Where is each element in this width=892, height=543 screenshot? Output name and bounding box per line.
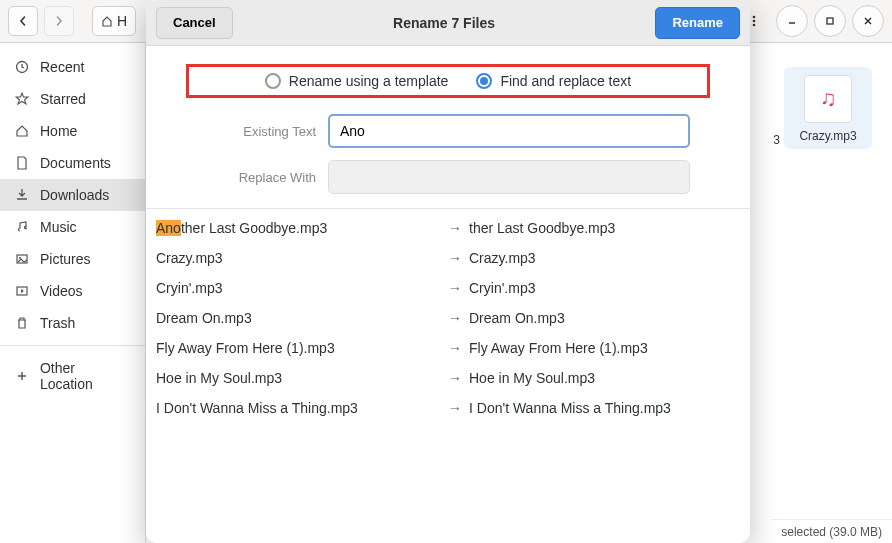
existing-text-row: Existing Text <box>206 114 690 148</box>
preview-new-name: I Don't Wanna Miss a Thing.mp3 <box>469 400 734 416</box>
svg-rect-4 <box>827 18 833 24</box>
home-icon <box>101 15 113 27</box>
sidebar-item-pictures[interactable]: Pictures <box>0 243 145 275</box>
sidebar-item-label: Downloads <box>40 187 109 203</box>
radio-rename-template[interactable]: Rename using a template <box>265 73 449 89</box>
sidebar-item-starred[interactable]: Starred <box>0 83 145 115</box>
rename-preview-list: Another Last Goodbye.mp3→ther Last Goodb… <box>146 208 750 543</box>
home-path-button[interactable]: H <box>92 6 136 36</box>
radio-label: Find and replace text <box>500 73 631 89</box>
trash-icon <box>14 315 30 331</box>
file-tile-label: Crazy.mp3 <box>788 129 868 143</box>
preview-old-name: Hoe in My Soul.mp3 <box>156 370 441 386</box>
arrow-right-icon: → <box>441 400 469 416</box>
video-icon <box>14 283 30 299</box>
sidebar-item-label: Pictures <box>40 251 91 267</box>
radio-find-replace[interactable]: Find and replace text <box>476 73 631 89</box>
arrow-right-icon: → <box>441 370 469 386</box>
preview-row: Fly Away From Here (1).mp3→Fly Away From… <box>146 333 750 363</box>
sidebar-item-label: Trash <box>40 315 75 331</box>
preview-new-name: Fly Away From Here (1).mp3 <box>469 340 734 356</box>
preview-old-name: Fly Away From Here (1).mp3 <box>156 340 441 356</box>
file-tile-crazy[interactable]: ♫ Crazy.mp3 <box>784 67 872 149</box>
file-name-fragment: 3 <box>773 133 780 147</box>
radio-icon <box>265 73 281 89</box>
sidebar-item-documents[interactable]: Documents <box>0 147 145 179</box>
preview-row: Dream On.mp3→Dream On.mp3 <box>146 303 750 333</box>
chevron-left-icon <box>18 16 28 26</box>
clock-icon <box>14 59 30 75</box>
preview-new-name: Cryin'.mp3 <box>469 280 734 296</box>
music-file-icon: ♫ <box>804 75 852 123</box>
preview-old-name: Cryin'.mp3 <box>156 280 441 296</box>
preview-row: Cryin'.mp3→Cryin'.mp3 <box>146 273 750 303</box>
svg-point-1 <box>753 20 756 23</box>
window-close-button[interactable] <box>852 5 884 37</box>
dialog-body: Rename using a template Find and replace… <box>146 46 750 543</box>
document-icon <box>14 155 30 171</box>
window-maximize-button[interactable] <box>814 5 846 37</box>
radio-icon <box>476 73 492 89</box>
sidebar-item-music[interactable]: Music <box>0 211 145 243</box>
preview-new-name: Crazy.mp3 <box>469 250 734 266</box>
preview-old-name: Dream On.mp3 <box>156 310 441 326</box>
sidebar-item-trash[interactable]: Trash <box>0 307 145 339</box>
statusbar-text: selected (39.0 MB) <box>781 525 882 539</box>
sidebar-item-label: Starred <box>40 91 86 107</box>
sidebar-item-other-locations[interactable]: Other Location <box>0 352 145 400</box>
radio-label: Rename using a template <box>289 73 449 89</box>
places-sidebar: Recent Starred Home Documents Downloads … <box>0 43 146 543</box>
nav-back-button[interactable] <box>8 6 38 36</box>
preview-row: Crazy.mp3→Crazy.mp3 <box>146 243 750 273</box>
arrow-right-icon: → <box>441 280 469 296</box>
picture-icon <box>14 251 30 267</box>
star-icon <box>14 91 30 107</box>
statusbar: selected (39.0 MB) <box>771 519 892 543</box>
dialog-header: Cancel Rename 7 Files Rename <box>146 0 750 46</box>
maximize-icon <box>825 16 835 26</box>
arrow-right-icon: → <box>441 250 469 266</box>
sidebar-item-label: Documents <box>40 155 111 171</box>
replace-with-row: Replace With <box>206 160 690 194</box>
sidebar-item-home[interactable]: Home <box>0 115 145 147</box>
close-icon <box>863 16 873 26</box>
download-icon <box>14 187 30 203</box>
preview-new-name: ther Last Goodbye.mp3 <box>469 220 734 236</box>
preview-row: Hoe in My Soul.mp3→Hoe in My Soul.mp3 <box>146 363 750 393</box>
chevron-right-icon <box>54 16 64 26</box>
home-icon <box>14 123 30 139</box>
plus-icon <box>14 368 30 384</box>
preview-new-name: Hoe in My Soul.mp3 <box>469 370 734 386</box>
sidebar-item-label: Home <box>40 123 77 139</box>
preview-old-name: Crazy.mp3 <box>156 250 441 266</box>
minimize-icon <box>787 16 797 26</box>
rename-button[interactable]: Rename <box>655 7 740 39</box>
sidebar-separator <box>0 345 145 346</box>
svg-point-0 <box>753 16 756 19</box>
svg-point-2 <box>753 24 756 27</box>
arrow-right-icon: → <box>441 310 469 326</box>
existing-text-input[interactable] <box>328 114 690 148</box>
preview-old-name: Another Last Goodbye.mp3 <box>156 220 441 236</box>
cancel-button[interactable]: Cancel <box>156 7 233 39</box>
sidebar-item-label: Music <box>40 219 77 235</box>
rename-dialog: Cancel Rename 7 Files Rename Rename usin… <box>146 0 750 543</box>
preview-row: I Don't Wanna Miss a Thing.mp3→I Don't W… <box>146 393 750 423</box>
preview-new-name: Dream On.mp3 <box>469 310 734 326</box>
nav-forward-button[interactable] <box>44 6 74 36</box>
preview-old-name: I Don't Wanna Miss a Thing.mp3 <box>156 400 441 416</box>
window-minimize-button[interactable] <box>776 5 808 37</box>
existing-text-label: Existing Text <box>206 124 316 139</box>
rename-mode-group: Rename using a template Find and replace… <box>186 64 710 98</box>
sidebar-item-recent[interactable]: Recent <box>0 51 145 83</box>
sidebar-item-label: Other Location <box>40 360 131 392</box>
replace-with-label: Replace With <box>206 170 316 185</box>
dialog-title: Rename 7 Files <box>393 15 495 31</box>
replace-with-input[interactable] <box>328 160 690 194</box>
sidebar-item-downloads[interactable]: Downloads <box>0 179 145 211</box>
preview-row: Another Last Goodbye.mp3→ther Last Goodb… <box>146 213 750 243</box>
sidebar-item-videos[interactable]: Videos <box>0 275 145 307</box>
music-icon <box>14 219 30 235</box>
sidebar-item-label: Recent <box>40 59 84 75</box>
path-segment-label: H <box>117 13 127 29</box>
